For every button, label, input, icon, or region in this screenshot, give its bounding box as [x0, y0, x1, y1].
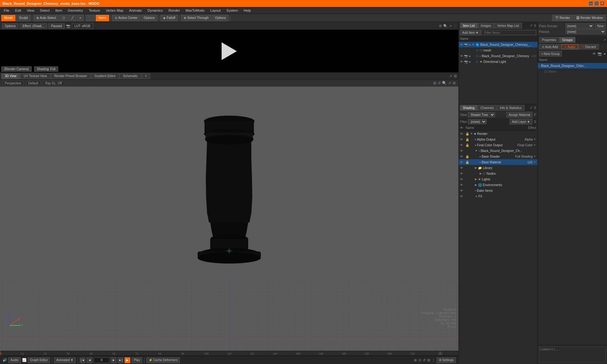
edges-button[interactable]: ╱	[69, 15, 76, 21]
menu-animate[interactable]: Animate	[126, 8, 144, 13]
vp-icon-grid[interactable]: ⊞	[433, 81, 436, 85]
eye-icon1[interactable]: 👁	[460, 43, 463, 46]
sh-eye4[interactable]: 👁	[460, 149, 464, 153]
menu-texture[interactable]: Texture	[86, 8, 103, 13]
sh-settings-icon[interactable]: S	[534, 106, 536, 110]
default-label[interactable]: Default	[26, 81, 40, 86]
action-center-button[interactable]: ⊙ Action Center	[112, 15, 140, 21]
shader-row-alpha[interactable]: 👁 🔒 ▪ Alpha Output Alpha ▼	[459, 136, 537, 142]
select-through-button[interactable]: ⊕ Select Through	[181, 15, 212, 21]
trans-icon-4[interactable]: ⊞	[427, 358, 430, 362]
tab-images[interactable]: Images	[478, 23, 494, 28]
tree-item-mesh[interactable]: 👁 📷 ● ▷ ⬡ mesh	[459, 47, 537, 53]
tab-info-stats[interactable]: Info & Statistics	[497, 105, 524, 111]
tab-groups[interactable]: Groups	[560, 37, 576, 43]
tab-channels[interactable]: Channels	[478, 105, 497, 111]
verts-button[interactable]: ⬡	[59, 15, 68, 21]
settings-button[interactable]: ⚙ Settings	[437, 357, 456, 363]
shader-row-group[interactable]: 👁 ▼ ▪ Black_Round_Designer_Ch...	[459, 148, 537, 154]
sh-eye3[interactable]: 👁	[460, 143, 464, 147]
tree-arrow1[interactable]: ▼	[472, 43, 475, 46]
panel-settings-icon[interactable]: S	[534, 24, 536, 27]
shader-row-bake[interactable]: 👁 ▪ Bake Items	[459, 188, 537, 193]
vp-icon-arrow[interactable]: ↗	[448, 81, 451, 85]
panel-expand-icon[interactable]: ↗	[530, 24, 532, 28]
sh-lock-icon[interactable]: F	[534, 113, 536, 117]
menu-select[interactable]: Select	[37, 8, 52, 13]
tree-arrow2[interactable]: ▷	[476, 49, 479, 52]
perspective-label[interactable]: Perspective	[3, 81, 23, 86]
sh-s-icon[interactable]: S	[534, 120, 536, 124]
trans-icon-5[interactable]: ⋮	[432, 358, 435, 362]
menu-vertex-map[interactable]: Vertex Map	[103, 8, 126, 13]
filter-select[interactable]: (none)	[468, 119, 487, 124]
items-button[interactable]: ⬛	[86, 15, 95, 21]
auto-select-button[interactable]: ⊕ Auto Select	[34, 15, 59, 21]
audio-button[interactable]: Audio	[8, 357, 21, 363]
timeline-ruler[interactable]: 0 12 24 36 48 60 72 84 96 108	[0, 351, 458, 356]
shader-row-finalcolor[interactable]: 👁 🔒 ▪ Final Color Output Final Color ▼	[459, 142, 537, 148]
maximize-button[interactable]: □	[594, 1, 599, 6]
menu-geometry[interactable]: Geometry	[65, 8, 85, 13]
tree-arrow4[interactable]: ▷	[476, 60, 479, 63]
menu-system[interactable]: System	[224, 8, 241, 13]
menu-help[interactable]: Help	[241, 8, 254, 13]
menu-view[interactable]: View	[24, 8, 37, 13]
shader-row-nodes[interactable]: 👁 ▶ ⬡ Nodes	[459, 171, 537, 176]
vp-icon-settings[interactable]: ⚙	[452, 81, 456, 85]
tab-item-list[interactable]: Item List	[460, 23, 478, 28]
shader-row-basematerial[interactable]: 👁 🔒 ▪ Base Material (all) ▼	[459, 159, 537, 165]
sh-eye5[interactable]: 👁	[460, 155, 464, 158]
tree-item-obj[interactable]: 👁 📷 ● ▷ ▪ Black_Round_Designer_Chimney 1…	[459, 53, 537, 59]
sh-icon-library[interactable]: ▶	[475, 166, 477, 169]
tree-arrow3[interactable]: ▷	[476, 54, 479, 58]
trans-icon-3[interactable]: ↺	[423, 358, 426, 362]
sh-eye12[interactable]: 👁	[460, 195, 464, 198]
options-button[interactable]: Options	[2, 23, 18, 29]
sh-eye9[interactable]: 👁	[460, 178, 464, 181]
sh-icon-group[interactable]: ▼	[475, 149, 478, 152]
animated-button[interactable]: Animated ▼	[54, 357, 76, 363]
sh-icon-env[interactable]: ▶	[475, 183, 477, 186]
mode-sculpt-button[interactable]: Sculpt	[16, 15, 31, 21]
items-label-button[interactable]: Items	[96, 15, 109, 21]
shading-btn[interactable]: Shading: Full	[34, 66, 58, 72]
ray-gl-label[interactable]: Ray GL: Off	[43, 81, 64, 86]
view-select[interactable]: Shader Tree	[468, 112, 495, 117]
menu-item[interactable]: Item	[53, 8, 64, 13]
apply-button[interactable]: ✓ Apply	[561, 44, 578, 49]
tree-item-light[interactable]: 👁 📷 ● ▷ ☀ Directional Light	[459, 59, 537, 64]
menu-maxtomodo[interactable]: MaxToModo	[183, 8, 207, 13]
vp-icon-search[interactable]: 🔍	[442, 81, 447, 85]
paused-button[interactable]: Paused	[48, 23, 65, 29]
eye-icon3[interactable]: 👁	[460, 54, 463, 58]
cache-deformers-button[interactable]: ⚡ Cache Deformers	[146, 357, 180, 363]
sh-eye2[interactable]: 👁	[460, 138, 464, 141]
menu-file[interactable]: File	[1, 8, 12, 13]
comment-textarea[interactable]	[539, 347, 606, 362]
shader-row-render[interactable]: 👁 🔒 ▼ ● Render	[459, 131, 537, 136]
tab-properties[interactable]: Properties	[539, 37, 559, 43]
add-layer-button[interactable]: Add Layer ▼	[510, 119, 532, 124]
prev-keyframe-button[interactable]: |◄	[80, 357, 85, 363]
sh-expand-icon[interactable]: ↗	[530, 106, 532, 110]
sh-eye8[interactable]: 👁	[460, 172, 464, 175]
filter-items-input[interactable]	[481, 30, 536, 35]
preview-icon-1[interactable]: ⚙	[439, 24, 442, 28]
3d-viewport[interactable]: Perspective Default Ray GL: Off ⊞ ↺ 🔍 ↗ …	[0, 80, 458, 351]
shader-row-lights[interactable]: 👁 ▶ ☀ Lights	[459, 176, 537, 182]
shader-row-fx[interactable]: 👁 ✦ FX	[459, 193, 537, 199]
add-item-button[interactable]: Add Item ▼	[460, 30, 481, 35]
step-back-button[interactable]: ◄	[87, 357, 92, 363]
groups-icon-3[interactable]: ●	[604, 52, 606, 56]
close-button[interactable]: ✕	[600, 1, 604, 6]
preview-icon-2[interactable]: 🔍	[443, 24, 448, 28]
eye-icon4[interactable]: 👁	[460, 60, 463, 64]
polys-button[interactable]: ▪	[77, 15, 84, 21]
shader-row-baseshader[interactable]: 👁 🔒 ▪ Base Shader Full Shading ▼	[459, 154, 537, 159]
render-camera-btn[interactable]: (Render Camera)	[1, 66, 32, 72]
render-window-button[interactable]: 🖼 Render Window	[573, 15, 606, 21]
sh-eye11[interactable]: 👁	[460, 189, 464, 192]
menu-dynamics[interactable]: Dynamics	[145, 8, 165, 13]
groups-icon-1[interactable]: 👁	[592, 52, 596, 56]
